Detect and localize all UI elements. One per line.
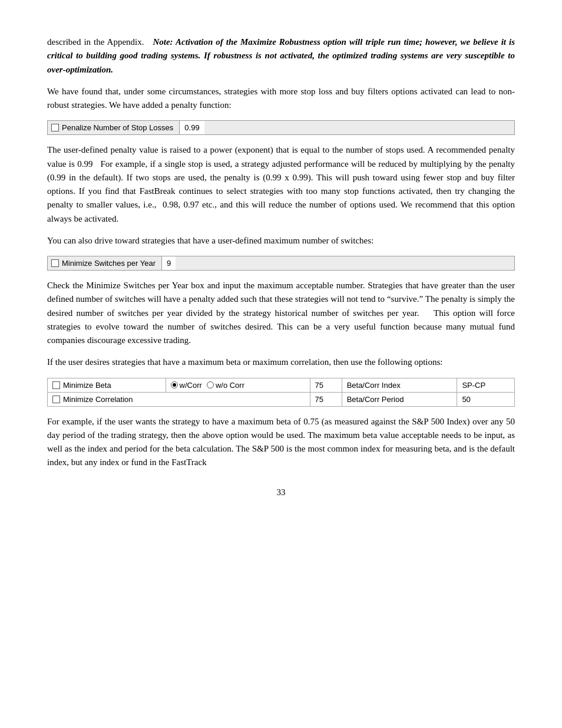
penalty-widget: Penalize Number of Stop Losses 0.99 bbox=[47, 120, 515, 135]
switches-checkbox-area[interactable]: Minimize Switches per Year bbox=[48, 256, 162, 270]
paragraph2: We have found that, under some circumsta… bbox=[47, 85, 515, 113]
corr-value: 75 bbox=[315, 395, 323, 404]
corr-period-label-cell: Beta/Corr Period bbox=[342, 392, 457, 406]
paragraph7: For example, if the user wants the strat… bbox=[47, 415, 515, 470]
page-number: 33 bbox=[47, 487, 515, 498]
beta-value-cell[interactable]: 75 bbox=[310, 378, 342, 392]
penalty-checkbox-area[interactable]: Penalize Number of Stop Losses bbox=[48, 121, 180, 134]
radio-wo-corr[interactable]: w/o Corr bbox=[207, 381, 244, 390]
correlation-row: Minimize Correlation 75 Beta/Corr Period… bbox=[48, 392, 515, 406]
switches-checkbox-label: Minimize Switches per Year bbox=[62, 259, 156, 268]
switches-widget: Minimize Switches per Year 9 bbox=[47, 256, 515, 271]
paragraph6: If the user desires strategies that have… bbox=[47, 355, 515, 369]
minimize-beta-checkbox[interactable] bbox=[52, 381, 60, 389]
corr-value-cell[interactable]: 75 bbox=[310, 392, 342, 406]
radio-wo-corr-label: w/o Corr bbox=[216, 381, 244, 390]
beta-corr-period-value: 50 bbox=[462, 395, 470, 404]
radio-w-corr[interactable]: w/Corr bbox=[171, 381, 202, 390]
corr-checkbox-cell[interactable]: Minimize Correlation bbox=[48, 392, 310, 406]
paragraph5: Check the Minimize Switches per Year box… bbox=[47, 279, 515, 347]
corr-period-value-cell[interactable]: 50 bbox=[457, 392, 515, 406]
beta-corr-index-value: SP-CP bbox=[462, 381, 485, 390]
beta-value: 75 bbox=[315, 381, 323, 390]
penalty-value[interactable]: 0.99 bbox=[180, 121, 204, 134]
penalty-checkbox[interactable] bbox=[51, 124, 59, 131]
paragraph4: You can also drive toward strategies tha… bbox=[47, 234, 515, 248]
beta-radio-group: w/Corr w/o Corr bbox=[171, 381, 305, 390]
radio-w-corr-circle[interactable] bbox=[171, 381, 178, 388]
switches-value[interactable]: 9 bbox=[162, 256, 176, 270]
minimize-corr-label: Minimize Correlation bbox=[63, 395, 133, 404]
radio-w-corr-label: w/Corr bbox=[180, 381, 202, 390]
beta-index-label-cell: Beta/Corr Index bbox=[342, 378, 457, 392]
beta-row: Minimize Beta w/Corr w/o Corr 75 bbox=[48, 378, 515, 392]
beta-corr-period-label: Beta/Corr Period bbox=[347, 395, 404, 404]
minimize-beta-label: Minimize Beta bbox=[63, 381, 111, 390]
minimize-corr-checkbox[interactable] bbox=[52, 396, 60, 403]
paragraph3: The user-defined penalty value is raised… bbox=[47, 143, 515, 226]
intro-paragraph: described in the Appendix. Note: Activat… bbox=[47, 35, 515, 77]
beta-corr-index-label: Beta/Corr Index bbox=[347, 381, 401, 390]
page-content: described in the Appendix. Note: Activat… bbox=[47, 35, 515, 498]
penalty-checkbox-label: Penalize Number of Stop Losses bbox=[62, 123, 173, 132]
radio-wo-corr-circle[interactable] bbox=[207, 381, 214, 388]
beta-checkbox-cell[interactable]: Minimize Beta bbox=[48, 378, 166, 392]
beta-index-value-cell[interactable]: SP-CP bbox=[457, 378, 515, 392]
beta-radio-cell[interactable]: w/Corr w/o Corr bbox=[166, 378, 310, 392]
beta-corr-table: Minimize Beta w/Corr w/o Corr 75 bbox=[47, 378, 515, 407]
switches-checkbox[interactable] bbox=[51, 259, 59, 267]
